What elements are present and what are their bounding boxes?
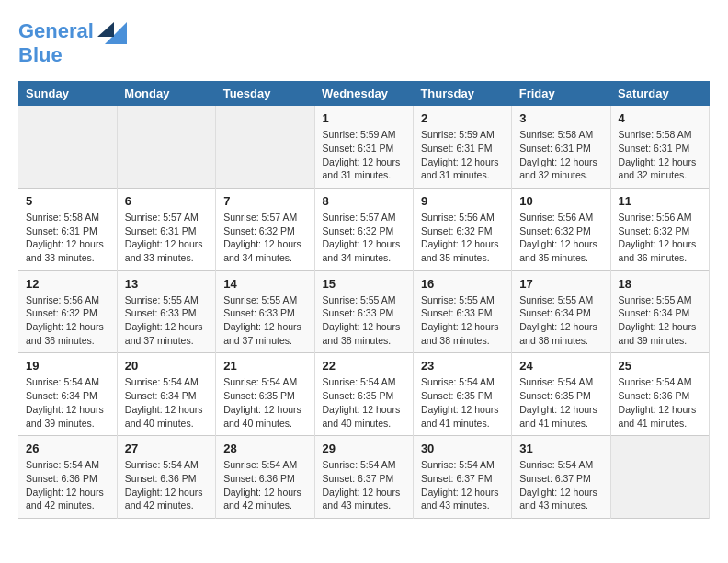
day-info: Sunrise: 5:57 AM Sunset: 6:32 PM Dayligh… xyxy=(323,211,405,265)
day-number: 29 xyxy=(323,442,405,455)
day-info: Sunrise: 5:54 AM Sunset: 6:36 PM Dayligh… xyxy=(223,458,306,512)
day-info: Sunrise: 5:56 AM Sunset: 6:32 PM Dayligh… xyxy=(519,211,602,265)
calendar-cell: 10Sunrise: 5:56 AM Sunset: 6:32 PM Dayli… xyxy=(512,188,610,270)
logo: General Blue xyxy=(18,18,127,66)
calendar-cell: 25Sunrise: 5:54 AM Sunset: 6:36 PM Dayli… xyxy=(610,353,709,436)
day-number: 22 xyxy=(323,359,405,373)
day-number: 23 xyxy=(421,359,504,373)
day-info: Sunrise: 5:55 AM Sunset: 6:34 PM Dayligh… xyxy=(519,293,602,348)
calendar-cell: 8Sunrise: 5:57 AM Sunset: 6:32 PM Daylig… xyxy=(314,188,413,270)
day-number: 26 xyxy=(26,442,109,455)
weekday-header: Thursday xyxy=(413,81,511,106)
day-number: 28 xyxy=(223,442,306,455)
day-number: 12 xyxy=(26,277,109,291)
day-number: 3 xyxy=(519,111,602,125)
calendar-cell: 11Sunrise: 5:56 AM Sunset: 6:32 PM Dayli… xyxy=(610,188,709,270)
calendar-cell: 1Sunrise: 5:59 AM Sunset: 6:31 PM Daylig… xyxy=(314,106,413,188)
day-number: 16 xyxy=(421,277,504,291)
calendar-cell: 19Sunrise: 5:54 AM Sunset: 6:34 PM Dayli… xyxy=(18,353,117,436)
calendar-cell: 20Sunrise: 5:54 AM Sunset: 6:34 PM Dayli… xyxy=(117,353,215,436)
day-number: 27 xyxy=(125,442,208,455)
calendar-cell: 7Sunrise: 5:57 AM Sunset: 6:32 PM Daylig… xyxy=(216,188,314,270)
day-info: Sunrise: 5:54 AM Sunset: 6:35 PM Dayligh… xyxy=(323,375,405,430)
day-info: Sunrise: 5:54 AM Sunset: 6:36 PM Dayligh… xyxy=(125,458,208,512)
weekday-header: Wednesday xyxy=(314,81,413,106)
day-number: 1 xyxy=(323,111,405,125)
day-number: 7 xyxy=(223,194,306,208)
day-number: 18 xyxy=(619,277,701,291)
day-number: 4 xyxy=(619,111,701,125)
day-number: 6 xyxy=(125,194,208,208)
svg-marker-1 xyxy=(97,22,114,37)
calendar-cell: 29Sunrise: 5:54 AM Sunset: 6:37 PM Dayli… xyxy=(314,436,413,519)
calendar-cell xyxy=(216,106,314,188)
calendar-cell: 26Sunrise: 5:54 AM Sunset: 6:36 PM Dayli… xyxy=(18,436,117,519)
calendar-cell: 23Sunrise: 5:54 AM Sunset: 6:35 PM Dayli… xyxy=(413,353,511,436)
day-info: Sunrise: 5:54 AM Sunset: 6:35 PM Dayligh… xyxy=(519,375,602,430)
calendar-cell: 15Sunrise: 5:55 AM Sunset: 6:33 PM Dayli… xyxy=(314,270,413,353)
day-number: 30 xyxy=(421,442,504,455)
day-info: Sunrise: 5:58 AM Sunset: 6:31 PM Dayligh… xyxy=(619,128,701,182)
logo-text-blue: Blue xyxy=(18,44,127,66)
calendar-cell: 9Sunrise: 5:56 AM Sunset: 6:32 PM Daylig… xyxy=(413,188,511,270)
day-number: 24 xyxy=(519,359,602,373)
calendar-cell: 3Sunrise: 5:58 AM Sunset: 6:31 PM Daylig… xyxy=(512,106,610,188)
day-number: 9 xyxy=(421,194,504,208)
day-info: Sunrise: 5:54 AM Sunset: 6:37 PM Dayligh… xyxy=(421,458,504,512)
calendar-week-row: 1Sunrise: 5:59 AM Sunset: 6:31 PM Daylig… xyxy=(18,106,710,188)
calendar-week-row: 19Sunrise: 5:54 AM Sunset: 6:34 PM Dayli… xyxy=(18,353,710,436)
day-number: 17 xyxy=(519,277,602,291)
day-info: Sunrise: 5:57 AM Sunset: 6:31 PM Dayligh… xyxy=(125,211,208,265)
calendar-cell: 14Sunrise: 5:55 AM Sunset: 6:33 PM Dayli… xyxy=(216,270,314,353)
day-info: Sunrise: 5:56 AM Sunset: 6:32 PM Dayligh… xyxy=(421,211,504,265)
logo-icon xyxy=(97,18,127,44)
calendar-cell: 4Sunrise: 5:58 AM Sunset: 6:31 PM Daylig… xyxy=(610,106,709,188)
day-info: Sunrise: 5:55 AM Sunset: 6:33 PM Dayligh… xyxy=(323,293,405,348)
weekday-header: Sunday xyxy=(18,81,117,106)
calendar-cell xyxy=(117,106,215,188)
calendar-header-row: SundayMondayTuesdayWednesdayThursdayFrid… xyxy=(18,81,710,106)
calendar-cell: 27Sunrise: 5:54 AM Sunset: 6:36 PM Dayli… xyxy=(117,436,215,519)
calendar-cell: 2Sunrise: 5:59 AM Sunset: 6:31 PM Daylig… xyxy=(413,106,511,188)
day-number: 5 xyxy=(26,194,109,208)
calendar-cell xyxy=(18,106,117,188)
calendar-cell: 16Sunrise: 5:55 AM Sunset: 6:33 PM Dayli… xyxy=(413,270,511,353)
calendar-cell: 18Sunrise: 5:55 AM Sunset: 6:34 PM Dayli… xyxy=(610,270,709,353)
calendar-week-row: 26Sunrise: 5:54 AM Sunset: 6:36 PM Dayli… xyxy=(18,436,710,519)
day-info: Sunrise: 5:57 AM Sunset: 6:32 PM Dayligh… xyxy=(223,211,306,265)
day-number: 31 xyxy=(519,442,602,455)
day-info: Sunrise: 5:55 AM Sunset: 6:33 PM Dayligh… xyxy=(125,293,208,348)
logo-text: General xyxy=(18,20,94,42)
day-info: Sunrise: 5:54 AM Sunset: 6:37 PM Dayligh… xyxy=(323,458,405,512)
calendar-cell: 28Sunrise: 5:54 AM Sunset: 6:36 PM Dayli… xyxy=(216,436,314,519)
day-info: Sunrise: 5:54 AM Sunset: 6:35 PM Dayligh… xyxy=(223,375,306,430)
calendar-cell: 5Sunrise: 5:58 AM Sunset: 6:31 PM Daylig… xyxy=(18,188,117,270)
calendar-cell xyxy=(610,436,709,519)
calendar-cell: 24Sunrise: 5:54 AM Sunset: 6:35 PM Dayli… xyxy=(512,353,610,436)
day-info: Sunrise: 5:54 AM Sunset: 6:34 PM Dayligh… xyxy=(125,375,208,430)
day-info: Sunrise: 5:59 AM Sunset: 6:31 PM Dayligh… xyxy=(421,128,504,182)
weekday-header: Saturday xyxy=(610,81,709,106)
calendar-cell: 17Sunrise: 5:55 AM Sunset: 6:34 PM Dayli… xyxy=(512,270,610,353)
day-info: Sunrise: 5:54 AM Sunset: 6:36 PM Dayligh… xyxy=(619,375,701,430)
calendar-table: SundayMondayTuesdayWednesdayThursdayFrid… xyxy=(18,81,710,519)
weekday-header: Friday xyxy=(512,81,610,106)
day-info: Sunrise: 5:55 AM Sunset: 6:33 PM Dayligh… xyxy=(223,293,306,348)
weekday-header: Monday xyxy=(117,81,215,106)
day-info: Sunrise: 5:55 AM Sunset: 6:33 PM Dayligh… xyxy=(421,293,504,348)
day-info: Sunrise: 5:58 AM Sunset: 6:31 PM Dayligh… xyxy=(26,211,109,265)
day-number: 21 xyxy=(223,359,306,373)
day-number: 8 xyxy=(323,194,405,208)
day-info: Sunrise: 5:59 AM Sunset: 6:31 PM Dayligh… xyxy=(323,128,405,182)
day-number: 15 xyxy=(323,277,405,291)
day-info: Sunrise: 5:56 AM Sunset: 6:32 PM Dayligh… xyxy=(26,293,109,348)
day-number: 20 xyxy=(125,359,208,373)
calendar-cell: 13Sunrise: 5:55 AM Sunset: 6:33 PM Dayli… xyxy=(117,270,215,353)
day-number: 10 xyxy=(519,194,602,208)
calendar-cell: 31Sunrise: 5:54 AM Sunset: 6:37 PM Dayli… xyxy=(512,436,610,519)
calendar-week-row: 5Sunrise: 5:58 AM Sunset: 6:31 PM Daylig… xyxy=(18,188,710,270)
day-number: 25 xyxy=(619,359,701,373)
page-header: General Blue xyxy=(18,18,710,66)
calendar-week-row: 12Sunrise: 5:56 AM Sunset: 6:32 PM Dayli… xyxy=(18,270,710,353)
calendar-cell: 21Sunrise: 5:54 AM Sunset: 6:35 PM Dayli… xyxy=(216,353,314,436)
